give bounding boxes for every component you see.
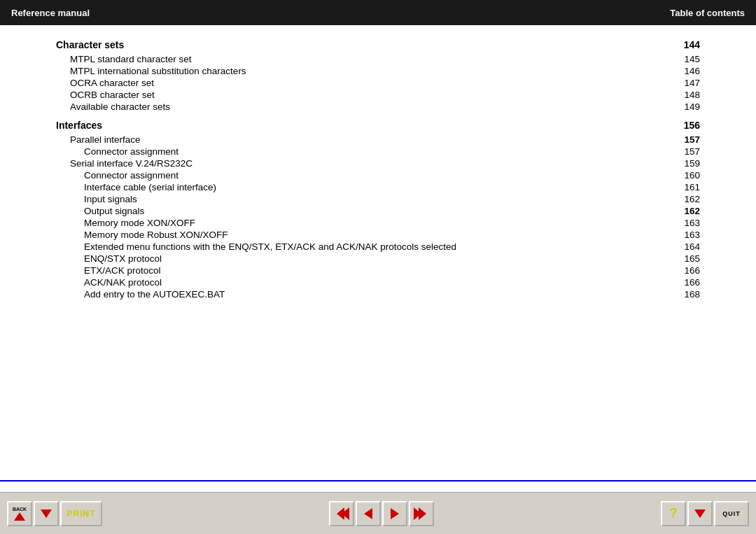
last-page-icon (416, 507, 426, 520)
back-arrow-icon (14, 512, 25, 521)
toc-entry-page: 147 (665, 78, 700, 88)
toc-entry-text: Memory mode XON/XOFF (84, 218, 665, 228)
toc-entry-page: 164 (665, 241, 700, 252)
toc-entry: MTPL standard character set145 (56, 53, 700, 65)
footer-left: BACK PRINT (7, 501, 102, 526)
toc-section: Character sets144MTPL standard character… (56, 39, 700, 113)
toc-entry-page: 161 (665, 182, 700, 192)
toc-entry-text: Extended menu functions with the ENQ/STX… (84, 241, 665, 252)
toc-entry-text: MTPL standard character set (70, 54, 665, 64)
toc-entry: Connector assignment157 (56, 146, 700, 157)
toc-entry: MTPL international substitution characte… (56, 65, 700, 77)
toc-entry: Serial interface V.24/RS232C159 (56, 157, 700, 169)
toc-entry-page: 157 (665, 146, 700, 157)
toc-section-title: Character sets (56, 39, 124, 50)
header-left-label: Reference manual (11, 8, 90, 18)
toc-entry-page: 145 (665, 54, 700, 64)
footer-center (102, 501, 661, 526)
quit-button[interactable]: QUIT (714, 501, 749, 526)
toc-section-page: 144 (684, 39, 700, 50)
toc-entry-page: 146 (665, 66, 700, 76)
toc-entry-text: Serial interface V.24/RS232C (70, 158, 665, 169)
toc-entry: Connector assignment160 (56, 169, 700, 181)
toc-entry: Output signals162 (56, 205, 700, 217)
toc-section-page: 156 (684, 120, 700, 131)
header-bar: Reference manual Table of contents (0, 0, 756, 25)
help-button[interactable]: ? (661, 501, 686, 526)
toc-entry-text: Connector assignment (84, 146, 665, 157)
toc-entry-page: 166 (665, 277, 700, 288)
toc-entry-page: 148 (665, 90, 700, 100)
toc-entry: Memory mode Robust XON/XOFF163 (56, 229, 700, 241)
toc-entry: OCRA character set147 (56, 77, 700, 89)
toc-entry-text: Connector assignment (84, 170, 665, 181)
toc-entry-text: Add entry to the AUTOEXEC.BAT (84, 289, 665, 300)
help-symbol: ? (670, 506, 678, 521)
print-label: PRINT (67, 509, 96, 519)
toc-entry: Available character sets149 (56, 101, 700, 113)
footer-toolbar: BACK PRINT (0, 492, 756, 534)
toc-entry-text: Available character sets (70, 101, 665, 112)
toc-entry-text: ACK/NAK protocol (84, 277, 665, 288)
toc-entry: ACK/NAK protocol166 (56, 276, 700, 288)
prev-page-button[interactable] (356, 501, 381, 526)
print-button[interactable]: PRINT (60, 501, 102, 526)
toc-entry-text: OCRA character set (70, 78, 665, 88)
forward-arrow-icon (41, 510, 52, 518)
toc-entry-text: MTPL international substitution characte… (70, 66, 665, 76)
toc-entry-page: 149 (665, 101, 700, 112)
main-content: Character sets144MTPL standard character… (0, 25, 756, 480)
toc-entry-page: 162 (665, 194, 700, 204)
toc-entry-page: 160 (665, 170, 700, 181)
toc-section: Interfaces156Parallel interface157Connec… (56, 120, 700, 300)
toc-entry-page: 165 (665, 253, 700, 264)
back-label: BACK (13, 507, 27, 512)
toc-entry: Parallel interface157 (56, 134, 700, 146)
toc-section-header: Character sets144 (56, 39, 700, 50)
last-page-button[interactable] (409, 501, 434, 526)
toc-container: Character sets144MTPL standard character… (56, 39, 700, 300)
toc-section-header: Interfaces156 (56, 120, 700, 131)
toc-entry-page: 159 (665, 158, 700, 169)
toc-entry: Add entry to the AUTOEXEC.BAT168 (56, 288, 700, 300)
back-button[interactable]: BACK (7, 501, 32, 526)
toc-entry-text: Input signals (84, 194, 665, 204)
toc-entry-page: 162 (665, 206, 700, 216)
toc-entry-page: 166 (665, 265, 700, 276)
toc-entry: ENQ/STX protocol165 (56, 253, 700, 265)
toc-entry-page: 163 (665, 218, 700, 228)
toc-entry: Memory mode XON/XOFF163 (56, 217, 700, 229)
toc-section-title: Interfaces (56, 120, 102, 131)
help-down-button[interactable] (687, 501, 713, 526)
toc-entry-page: 168 (665, 289, 700, 300)
forward-nav-button[interactable] (34, 501, 59, 526)
toc-entry: OCRB character set148 (56, 89, 700, 101)
next-page-button[interactable] (382, 501, 407, 526)
toc-entry-text: Interface cable (serial interface) (84, 182, 665, 192)
toc-entry-text: ENQ/STX protocol (84, 253, 665, 264)
divider (0, 480, 756, 482)
toc-entry-text: Memory mode Robust XON/XOFF (84, 230, 665, 240)
next-page-icon (391, 508, 399, 519)
toc-entry-text: Output signals (84, 206, 665, 216)
toc-entry-text: Parallel interface (70, 134, 665, 145)
first-page-button[interactable] (329, 501, 354, 526)
prev-page-icon (364, 508, 372, 519)
toc-entry: Interface cable (serial interface)161 (56, 181, 700, 193)
toc-entry: Extended menu functions with the ENQ/STX… (56, 241, 700, 253)
toc-entry: Input signals162 (56, 193, 700, 205)
header-right-label: Table of contents (670, 8, 745, 18)
toc-entry-text: OCRB character set (70, 90, 665, 100)
quit-label: QUIT (722, 510, 741, 517)
toc-entry-page: 163 (665, 230, 700, 240)
toc-entry-page: 157 (665, 134, 700, 145)
toc-entry-text: ETX/ACK protocol (84, 265, 665, 276)
toc-entry: ETX/ACK protocol166 (56, 265, 700, 276)
help-down-icon (694, 510, 706, 518)
first-page-icon (337, 507, 346, 520)
footer-right: ? QUIT (661, 501, 749, 526)
